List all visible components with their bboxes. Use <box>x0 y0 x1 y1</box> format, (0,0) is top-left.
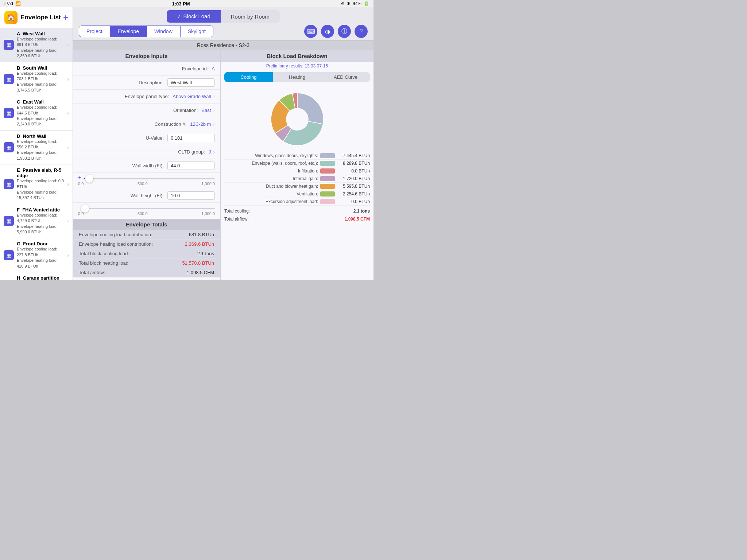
envelope-chevron-D: › <box>67 144 69 150</box>
wall-width-input[interactable] <box>167 162 215 170</box>
tab-envelope[interactable]: Envelope <box>110 26 147 37</box>
battery-icon: 🔋 <box>364 1 369 6</box>
total-cooling-label: Total cooling: <box>224 209 250 214</box>
cltd-row[interactable]: CLTD group: J › <box>73 145 220 159</box>
envelope-name-A: A West Wall <box>17 31 66 36</box>
tab-skylight[interactable]: Skylight <box>180 26 213 37</box>
pie-slice-envelope <box>283 121 323 145</box>
add-envelope-button[interactable]: + <box>63 12 68 23</box>
breakdown-swatch <box>320 199 335 204</box>
location-icon: ⊕ <box>341 1 345 6</box>
sidebar-item-F[interactable]: ▦ F FHA Vented attic Envelope cooling lo… <box>0 204 73 238</box>
info-button[interactable]: ⓘ <box>338 25 351 38</box>
totals-row: Envelope heating load contribution: 2,36… <box>73 240 220 249</box>
construction-row[interactable]: Construction #: 12C-2b m › <box>73 117 220 131</box>
sidebar-header: 🏠 Envelope List + <box>0 7 73 28</box>
wall-height-slider-thumb[interactable] <box>81 205 89 213</box>
preliminary-timestamp: 13:03 07-15 <box>305 63 328 69</box>
envelope-info-C: C East Wall Envelope cooling load: 644.5… <box>17 99 66 127</box>
mode-buttons: ✓ Block Load Room-by-Room <box>79 10 368 23</box>
room-by-room-button[interactable]: Room-by-Room <box>221 10 280 23</box>
cooling-tab-aed-curve[interactable]: AED Curve <box>321 72 370 82</box>
sidebar-item-D[interactable]: ▦ D North Wall Envelope cooling load: 55… <box>0 131 73 165</box>
panel-type-row[interactable]: Envelope panel type: Above Grade Wall › <box>73 90 220 104</box>
tab-window[interactable]: Window <box>147 26 180 37</box>
envelope-chevron-B: › <box>67 76 69 82</box>
orientation-row[interactable]: Orientation: East › <box>73 104 220 117</box>
envelope-loads-G: Envelope cooling load: 227.8 BTUhEnvelop… <box>17 246 66 269</box>
envelope-loads-E: Envelope cooling load: 0.0 BTUhEnvelope … <box>17 178 66 201</box>
block-load-button[interactable]: ✓ Block Load <box>167 10 220 23</box>
envelope-info-E: E Passive slab, R-5 edge Envelope coolin… <box>17 167 66 201</box>
envelope-icon-B: ▦ <box>4 74 14 84</box>
wifi-icon: 📶 <box>15 1 21 6</box>
sidebar-item-G[interactable]: ▦ G Front Door Envelope cooling load: 22… <box>0 238 73 272</box>
cooling-tabs: CoolingHeatingAED Curve <box>224 72 370 82</box>
envelope-icon-E: ▦ <box>4 179 14 189</box>
breakdown-row: Windows, glass doors, skylights: 7,445.4… <box>224 152 370 160</box>
wall-width-label: Wall width (Ft): <box>78 163 167 168</box>
wall-width-slider-thumb[interactable] <box>85 175 93 183</box>
cltd-value: J <box>209 149 211 155</box>
pie-chart-area <box>221 84 374 151</box>
cooling-tab-cooling[interactable]: Cooling <box>224 72 273 82</box>
cltd-label: CLTD group: <box>78 149 209 155</box>
envelope-totals-header: Envelope Totals <box>73 219 220 230</box>
breakdown-label: Windows, glass doors, skylights: <box>224 153 320 158</box>
envelope-loads-F: Envelope cooling load: 4,729.0 BTUhEnvel… <box>17 213 66 235</box>
battery-label: 94% <box>353 1 361 6</box>
envelope-name-H: H Garage partition wall <box>17 275 66 280</box>
preliminary-results: Preliminary results: 13:03 07-15 <box>221 62 374 70</box>
sidebar-item-H[interactable]: ▦ H Garage partition wall Envelope cooli… <box>0 272 73 280</box>
breakdown-row: Infiltration: 0.0 BTUh <box>224 167 370 175</box>
envelope-list: ▦ A West Wall Envelope cooling load: 681… <box>0 28 73 280</box>
envelope-loads-C: Envelope cooling load: 644.5 BTUhEnvelop… <box>17 105 66 127</box>
total-airflow-value: 1,098.5 CFM <box>345 217 370 222</box>
icon-buttons: ⌨ ◑ ⓘ ? <box>304 25 368 38</box>
breakdown-value: 0.0 BTUh <box>337 199 370 204</box>
breakdown-label: Duct and blower heat gain: <box>224 184 320 189</box>
sidebar-item-C[interactable]: ▦ C East Wall Envelope cooling load: 644… <box>0 96 73 131</box>
envelope-inputs-header: Envelope Inputs <box>73 50 220 62</box>
breakdown-row: Envelope (walls, doors, roof, etc.): 8,2… <box>224 160 370 167</box>
status-right: ⊕ ✱ 94% 🔋 <box>341 1 369 6</box>
status-bar: iPad 📶 1:03 PM ⊕ ✱ 94% 🔋 <box>0 0 374 7</box>
sidebar-item-A[interactable]: ▦ A West Wall Envelope cooling load: 681… <box>0 28 73 62</box>
panel-type-chevron: › <box>213 94 215 100</box>
breakdown-value: 7,445.4 BTUh <box>337 153 370 158</box>
breakdown-total-cooling: Total cooling: 2.1 tons <box>221 207 374 215</box>
breakdown-label: Ventilation: <box>224 191 320 197</box>
breakdown-swatch <box>320 161 335 166</box>
content-area: ✓ Block Load Room-by-Room ProjectEnvelop… <box>73 7 374 280</box>
cooling-tab-heating[interactable]: Heating <box>273 72 321 82</box>
wall-width-slider-track[interactable] <box>84 178 215 179</box>
totals-rows: Envelope cooling load contribution: 681.… <box>73 230 220 277</box>
panels: Envelope Inputs Envelope id: A Descripti… <box>73 50 374 280</box>
help-button[interactable]: ? <box>355 25 368 38</box>
sidebar-item-E[interactable]: ▦ E Passive slab, R-5 edge Envelope cool… <box>0 164 73 204</box>
breakdown-swatch <box>320 184 335 189</box>
envelope-icon-F: ▦ <box>4 216 14 226</box>
wall-height-input[interactable] <box>167 191 215 200</box>
ipad-label: iPad <box>4 1 13 6</box>
wall-width-slider-labels: 0.0 500.0 1,000.0 <box>78 182 215 186</box>
chart-button[interactable]: ◑ <box>321 25 334 38</box>
sidebar: 🏠 Envelope List + ▦ A West Wall Envelope… <box>0 7 73 280</box>
wall-height-slider-container: + 0.0 500.0 1,000.0 <box>73 203 220 219</box>
sidebar-title: Envelope List <box>20 14 61 21</box>
envelope-icon-C: ▦ <box>4 108 14 118</box>
breakdown-row: Excursion adjustment load: 0.0 BTUh <box>224 198 370 206</box>
envelope-info-D: D North Wall Envelope cooling load: 556.… <box>17 133 66 162</box>
calculator-button[interactable]: ⌨ <box>304 25 317 38</box>
uvalue-label: U-Value: <box>78 135 167 141</box>
envelope-chevron-F: › <box>67 218 69 224</box>
sidebar-item-B[interactable]: ▦ B South Wall Envelope cooling load: 70… <box>0 62 73 97</box>
envelope-chevron-A: › <box>67 42 69 48</box>
uvalue-input[interactable] <box>167 134 215 142</box>
wall-height-slider-track[interactable] <box>84 208 215 209</box>
envelope-loads-A: Envelope cooling load: 681.8 BTUhEnvelop… <box>17 36 66 59</box>
breakdown-total-airflow: Total airflow: 1,098.5 CFM <box>221 215 374 223</box>
tab-project[interactable]: Project <box>79 26 110 37</box>
orientation-label: Orientation: <box>78 108 201 113</box>
description-input[interactable] <box>167 78 215 87</box>
